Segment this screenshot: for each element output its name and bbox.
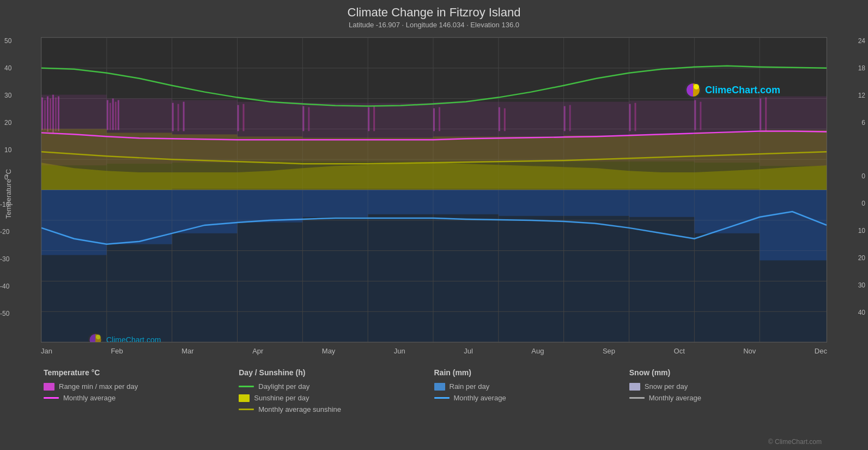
y-right-tick-rain-10: 10 [858,227,865,235]
climechart-logo-bottom [88,332,103,343]
svg-rect-95 [760,190,827,261]
legend-item-temp-range: Range min / max per day [44,382,239,391]
y-tick-50: 50 [4,37,11,45]
y-right-tick-12: 12 [858,92,865,99]
svg-rect-79 [499,136,564,189]
svg-rect-88 [302,190,368,217]
legend-title-rain: Rain (mm) [434,368,629,377]
legend-col-rain: Rain (mm) Rain per day Monthly average [434,368,629,445]
y-tick-minus30: -30 [0,255,9,263]
legend-item-daylight: Daylight per day [239,382,434,391]
legend-label-temp-avg: Monthly average [63,394,116,402]
svg-rect-80 [564,135,629,189]
x-label-oct: Oct [674,347,685,355]
y-axis-left: 50 40 30 20 10 0 -10 -20 -30 -40 -50 Tem… [0,37,39,343]
svg-rect-86 [172,190,238,233]
legend-label-daylight: Daylight per day [258,382,309,391]
chart-area: ClimeChart.com ClimeChart.com [41,37,827,343]
chart-title: Climate Change in Fitzroy Island [0,0,868,20]
legend-col-snow: Snow (mm) Snow per day Monthly average [629,368,824,445]
watermark-top: ClimeChart.com [684,81,780,99]
y-right-tick-rain-20: 20 [858,254,865,262]
legend-line-sunshine-avg [239,409,254,410]
x-label-apr: Apr [252,347,263,355]
chart-subtitle: Latitude -16.907 · Longitude 146.034 · E… [0,21,868,29]
svg-rect-94 [694,190,760,233]
x-label-jul: Jul [464,347,473,355]
y-tick-10: 10 [4,146,11,154]
y-axis-left-label: Temperature °C [4,169,13,219]
y-tick-minus50: -50 [0,310,9,317]
legend-line-rain-avg [434,397,450,399]
legend-area: Temperature °C Range min / max per day M… [0,363,868,450]
y-tick-minus20: -20 [0,228,9,236]
x-label-dec: Dec [815,347,827,355]
legend-swatch-snow [629,383,640,391]
legend-label-sunshine: Sunshine per day [254,394,309,402]
svg-rect-89 [368,190,433,214]
legend-label-rain-avg: Monthly average [454,394,506,402]
x-label-jun: Jun [394,347,405,355]
legend-swatch-temp-range [44,383,54,391]
legend-col-temperature: Temperature °C Range min / max per day M… [44,368,239,445]
legend-item-snow: Snow per day [629,382,824,391]
y-right-tick-0: 0 [861,172,865,180]
y-tick-20: 20 [4,119,11,127]
legend-title-temperature: Temperature °C [44,368,239,377]
svg-rect-93 [629,190,695,217]
watermark-bottom: ClimeChart.com [88,332,161,343]
x-label-feb: Feb [111,347,123,355]
legend-col-sunshine: Day / Sunshine (h) Daylight per day Suns… [239,368,434,445]
svg-rect-87 [238,190,303,223]
x-label-may: May [322,347,336,355]
legend-label-temp-range: Range min / max per day [59,382,138,391]
x-label-mar: Mar [181,347,193,355]
svg-rect-84 [41,190,107,255]
legend-label-snow: Snow per day [645,382,688,391]
y-right-tick-24: 24 [858,37,865,45]
legend-item-sunshine-avg: Monthly average sunshine [239,405,434,413]
svg-rect-81 [629,134,695,189]
legend-label-snow-avg: Monthly average [649,394,701,402]
svg-point-99 [96,334,101,339]
legend-line-temp-avg [44,397,59,399]
legend-item-rain: Rain per day [434,382,629,391]
y-right-tick-18: 18 [858,64,865,72]
legend-swatch-sunshine [239,394,250,402]
svg-rect-72 [41,129,107,190]
y-tick-40: 40 [4,64,11,72]
watermark-top-text: ClimeChart.com [705,85,780,96]
svg-rect-90 [433,190,499,214]
legend-item-sunshine: Sunshine per day [239,394,434,402]
y-axis-right: 24 18 12 6 0 0 10 20 30 40 Day / Sunshin… [829,37,868,343]
y-tick-30: 30 [4,92,11,99]
watermark-bottom-text: ClimeChart.com [106,335,161,343]
y-right-tick-6: 6 [861,119,865,127]
legend-label-rain: Rain per day [450,382,490,391]
legend-line-snow-avg [629,397,645,399]
x-label-sep: Sep [603,347,615,355]
x-label-nov: Nov [743,347,756,355]
x-label-jan: Jan [41,347,52,355]
climechart-logo-top [684,81,702,99]
svg-rect-91 [499,190,564,216]
legend-item-rain-avg: Monthly average [434,394,629,402]
y-right-tick-rain-40: 40 [858,309,865,316]
legend-title-snow: Snow (mm) [629,368,824,377]
y-right-tick-rain-0: 0 [861,200,865,207]
y-right-tick-rain-30: 30 [858,281,865,289]
legend-title-sunshine: Day / Sunshine (h) [239,368,434,377]
legend-item-snow-avg: Monthly average [629,394,824,402]
legend-label-sunshine-avg: Monthly average sunshine [258,405,341,413]
svg-rect-92 [564,190,629,216]
y-tick-minus40: -40 [0,283,9,290]
svg-rect-83 [760,130,827,190]
svg-point-97 [694,84,699,89]
x-axis: Jan Feb Mar Apr May Jun Jul Aug Sep Oct … [41,343,827,359]
x-label-aug: Aug [531,347,544,355]
legend-line-daylight [239,386,254,387]
main-container: Climate Change in Fitzroy Island Latitud… [0,0,868,450]
svg-rect-73 [107,133,172,190]
svg-rect-82 [694,132,760,189]
legend-item-temp-avg: Monthly average [44,394,239,402]
